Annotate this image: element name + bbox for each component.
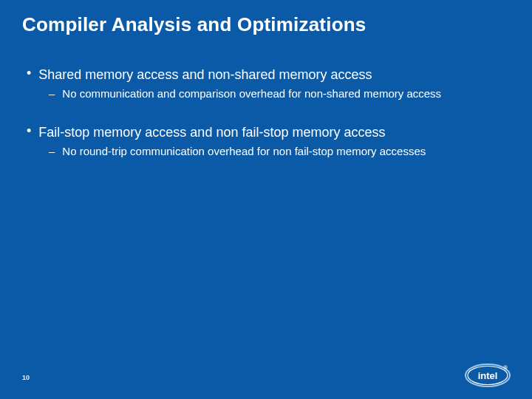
- bullet-group-1: • Shared memory access and non-shared me…: [22, 66, 510, 101]
- bullet-level2: – No communication and comparison overhe…: [22, 86, 510, 101]
- subbullet-text: No round-trip communication overhead for…: [62, 144, 426, 159]
- bullet-level1: • Shared memory access and non-shared me…: [22, 66, 510, 83]
- bullet-text: Shared memory access and non-shared memo…: [38, 66, 372, 83]
- svg-text:intel: intel: [478, 370, 498, 381]
- intel-logo-icon: intel R: [464, 359, 511, 389]
- slide: Compiler Analysis and Optimizations • Sh…: [0, 0, 532, 399]
- bullet-text: Fail-stop memory access and non fail-sto…: [38, 123, 385, 141]
- page-number: 10: [22, 374, 30, 381]
- bullet-level2: – No round-trip communication overhead f…: [22, 144, 510, 159]
- bullet-level1: • Fail-stop memory access and non fail-s…: [22, 123, 510, 141]
- bullet-dash-icon: –: [49, 144, 55, 159]
- bullet-dash-icon: –: [49, 86, 55, 101]
- bullet-dot-icon: •: [27, 66, 31, 81]
- slide-title: Compiler Analysis and Optimizations: [22, 13, 510, 36]
- bullet-dot-icon: •: [27, 123, 31, 138]
- subbullet-text: No communication and comparison overhead…: [62, 86, 441, 101]
- bullet-group-2: • Fail-stop memory access and non fail-s…: [22, 123, 510, 159]
